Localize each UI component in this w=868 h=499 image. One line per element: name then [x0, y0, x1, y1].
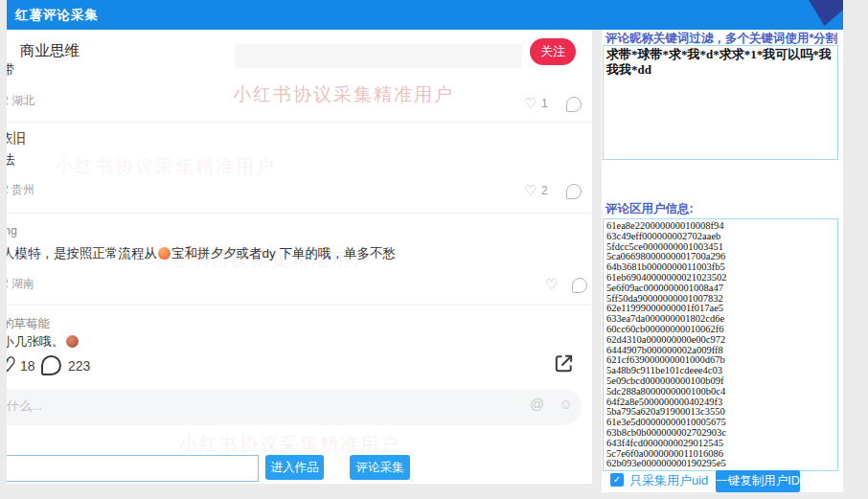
- reply-bubble-icon[interactable]: [572, 278, 587, 293]
- user-id-row: 62b093e000000000190295e5: [606, 459, 834, 469]
- comment-input-placeholder: 什么...: [7, 397, 42, 415]
- comment-username: ng: [7, 224, 17, 238]
- follow-button[interactable]: 关注: [530, 38, 576, 65]
- titlebar: 红薯评论采集: [7, 0, 843, 30]
- comment-text-part: 小几张哦。: [7, 334, 64, 349]
- like-count: 18: [20, 358, 35, 374]
- comment-meta: 2 湖北: [7, 93, 34, 109]
- reply-bubble-icon[interactable]: [566, 184, 582, 199]
- enter-note-button[interactable]: 进入作品: [265, 455, 324, 480]
- watermark-text: 小红书协议采集精准用户: [179, 432, 400, 457]
- comments-count: 223: [68, 358, 90, 374]
- comment-meta: 2 贵州: [7, 182, 34, 198]
- like-icon[interactable]: ♡: [7, 354, 16, 374]
- uid-only-checkbox-label[interactable]: 只采集用户uid: [629, 472, 708, 489]
- uid-only-checkbox[interactable]: ✓: [610, 473, 624, 487]
- note-link-input[interactable]: [7, 455, 259, 482]
- divider: [7, 305, 592, 306]
- collector-panel: 评论昵称关键词过滤，多个关键词使用*分割 评论区用户信息: 61ea8e2200…: [602, 30, 843, 492]
- keyword-filter-textarea[interactable]: [603, 45, 838, 160]
- comment-text-part: 人模特，是按照正常流程从: [7, 246, 157, 261]
- user-id-row: 5e6f09ac0000000001008a47: [606, 284, 834, 294]
- comment-text: 依旧: [7, 130, 26, 147]
- comments-icon[interactable]: [41, 355, 61, 375]
- comment-like-count: 1: [541, 97, 548, 110]
- post-author-title: 商业思维: [20, 41, 80, 61]
- copy-user-ids-button[interactable]: 一键复制用户ID: [716, 470, 800, 492]
- share-icon[interactable]: [553, 352, 575, 378]
- heart-icon[interactable]: ♡: [545, 277, 558, 291]
- comment-text: 带: [7, 61, 15, 79]
- comment-text: 人模特，是按照正常流程从宝和拼夕夕或者dy 下单的哦，单多不愁: [7, 245, 396, 262]
- mention-at-icon[interactable]: @: [530, 396, 544, 412]
- user-id-list[interactable]: 61ea8e220000000010008f9463c49eff00000000…: [603, 218, 838, 471]
- monkey-emoji: [66, 335, 79, 348]
- comment-username: 的草莓能: [7, 316, 50, 332]
- collect-comments-button[interactable]: 评论采集: [350, 455, 410, 480]
- heart-icon[interactable]: ♡: [524, 96, 537, 110]
- divider: [7, 213, 592, 214]
- post-card: 商业思维 关注 小红书协议采集精准用户 小红书协议采集精准用户 小红书协议采集精…: [7, 30, 592, 484]
- user-id-row: 643f4fcd0000000029012545: [606, 439, 834, 449]
- user-id-row: 63c49eff000000002702aaeb: [606, 232, 834, 242]
- peach-emoji: [158, 247, 171, 260]
- comment-text: 法: [7, 151, 15, 169]
- divider: [7, 122, 592, 123]
- comment-input[interactable]: [7, 389, 582, 425]
- comment-meta: 2 湖南: [7, 276, 34, 292]
- user-id-row: 5dc288a8000000000100b0c4: [606, 387, 834, 397]
- comment-text: 小几张哦。: [7, 333, 80, 351]
- comment-text-part: 宝和拼夕夕或者dy 下单的哦，单多不愁: [171, 246, 396, 261]
- app-window: 红薯评论采集 商业思维 关注 小红书协议采集精准用户 小红书协议采集精准用户 小…: [0, 0, 868, 499]
- watermark-text: 小红书协议采集精准用户: [233, 82, 454, 107]
- title-row-band: [235, 44, 522, 68]
- app-title: 红薯评论采集: [15, 7, 99, 24]
- emoji-picker-icon[interactable]: ☺: [559, 396, 573, 412]
- heart-icon[interactable]: ♡: [524, 183, 537, 197]
- user-id-row: 62d4310a000000000e00c972: [606, 335, 834, 346]
- user-info-label: 评论区用户信息:: [605, 201, 694, 217]
- reply-bubble-icon[interactable]: [566, 97, 582, 112]
- watermark-text: 小红书协议采集精准用户: [55, 154, 276, 179]
- comment-like-count: 2: [541, 184, 548, 197]
